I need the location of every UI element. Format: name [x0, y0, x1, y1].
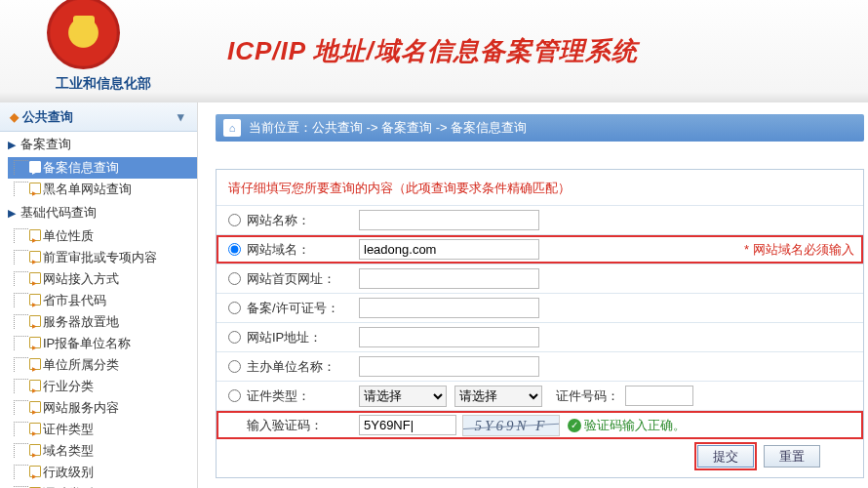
query-form: 请仔细填写您所要查询的内容（此项查询要求条件精确匹配） 网站名称： 网站域名： …	[216, 169, 864, 478]
label-sponsor: 主办单位名称：	[247, 358, 359, 376]
chevron-down-icon[interactable]: ▾	[174, 110, 187, 124]
sidebar-item[interactable]: 域名类型	[8, 440, 197, 462]
select-cert-type-1[interactable]: 请选择	[359, 386, 447, 407]
row-sponsor: 主办单位名称：	[217, 351, 863, 381]
input-sponsor[interactable]	[359, 356, 539, 377]
document-icon	[29, 229, 41, 241]
submit-button[interactable]: 提交	[697, 445, 754, 468]
label-cert-no: 证件号码：	[556, 387, 619, 405]
national-emblem-icon	[47, 0, 120, 69]
label-site-domain: 网站域名：	[247, 241, 359, 259]
document-icon	[29, 423, 41, 434]
label-captcha: 输入验证码：	[247, 417, 359, 434]
document-icon	[29, 161, 41, 173]
sidebar-item[interactable]: 网站服务内容	[8, 397, 197, 419]
sidebar-item[interactable]: 服务器放置地	[8, 311, 197, 333]
captcha-ok-badge: ✓ 验证码输入正确。	[568, 417, 686, 434]
radio-site-name[interactable]	[228, 214, 241, 226]
radio-cert[interactable]	[228, 389, 241, 402]
sidebar-section-header[interactable]: ◆公共查询 ▾	[0, 102, 197, 132]
input-site-name[interactable]	[359, 210, 539, 230]
button-row: 提交 重置	[217, 439, 863, 477]
sidebar-item[interactable]: 证件类型	[8, 419, 197, 440]
label-homepage: 网站首页网址：	[247, 270, 359, 288]
sidebar-item[interactable]: 网站接入方式	[8, 268, 197, 290]
main-content: ⌂ 当前位置：公共查询 -> 备案查询 -> 备案信息查询 请仔细填写您所要查询…	[198, 102, 868, 488]
row-site-domain: 网站域名： * 网站域名必须输入	[217, 234, 863, 264]
radio-site-domain[interactable]	[228, 243, 241, 256]
row-license: 备案/许可证号：	[217, 293, 863, 322]
document-icon	[29, 315, 41, 327]
breadcrumb: ⌂ 当前位置：公共查询 -> 备案查询 -> 备案信息查询	[216, 114, 864, 142]
input-cert-no[interactable]	[625, 386, 693, 406]
row-ip: 网站IP地址：	[217, 322, 863, 351]
sidebar-item[interactable]: 单位所属分类	[8, 354, 197, 376]
input-ip[interactable]	[359, 327, 539, 347]
document-icon	[29, 294, 41, 305]
arrow-icon: ▶	[8, 207, 16, 219]
app-header: 工业和信息化部 ICP/IP 地址/域名信息备案管理系统	[0, 0, 868, 102]
form-hint: 请仔细填写您所要查询的内容（此项查询要求条件精确匹配）	[217, 170, 863, 205]
document-icon	[29, 401, 41, 413]
input-site-domain[interactable]	[359, 239, 539, 260]
ministry-name: 工业和信息化部	[47, 75, 159, 93]
system-title: ICP/IP 地址/域名信息备案管理系统	[227, 34, 638, 68]
select-cert-type-2[interactable]: 请选择	[454, 386, 542, 407]
document-icon	[29, 337, 41, 348]
sidebar-item[interactable]: 单位性质	[8, 225, 197, 247]
input-license[interactable]	[359, 298, 539, 318]
sidebar-item[interactable]: 行政级别	[8, 462, 197, 483]
captcha-ok-text: 验证码输入正确。	[584, 417, 686, 434]
document-icon	[29, 380, 41, 391]
document-icon	[29, 183, 41, 194]
arrow-icon: ▶	[8, 139, 16, 150]
row-captcha: 输入验证码： 5Y69N F ✓ 验证码输入正确。	[217, 410, 863, 439]
sidebar-item[interactable]: 语种类型	[8, 483, 197, 488]
radio-license[interactable]	[228, 302, 241, 314]
breadcrumb-text: 当前位置：公共查询 -> 备案查询 -> 备案信息查询	[249, 114, 527, 142]
ministry-block: 工业和信息化部	[47, 10, 159, 93]
label-license: 备案/许可证号：	[247, 300, 359, 317]
input-homepage[interactable]	[359, 268, 539, 289]
row-homepage: 网站首页网址：	[217, 264, 863, 293]
sidebar-group-title[interactable]: ▶ 备案查询	[8, 132, 197, 157]
sidebar-item[interactable]: 前置审批或专项内容	[8, 247, 197, 268]
document-icon	[29, 272, 41, 284]
label-site-name: 网站名称：	[247, 212, 359, 229]
bullet-icon: ◆	[10, 110, 19, 124]
sidebar-item[interactable]: 黑名单网站查询	[8, 179, 197, 200]
radio-homepage[interactable]	[228, 272, 241, 285]
reset-button[interactable]: 重置	[764, 445, 820, 468]
label-ip: 网站IP地址：	[247, 329, 359, 346]
row-site-name: 网站名称：	[217, 205, 863, 234]
document-icon	[29, 358, 41, 370]
home-icon[interactable]: ⌂	[223, 119, 241, 137]
check-icon: ✓	[568, 419, 581, 432]
label-cert: 证件类型：	[247, 387, 359, 405]
sidebar-item[interactable]: 省市县代码	[8, 290, 197, 311]
document-icon	[29, 444, 41, 456]
captcha-image[interactable]: 5Y69N F	[462, 415, 560, 436]
document-icon	[29, 251, 41, 263]
radio-sponsor[interactable]	[228, 360, 241, 373]
row-cert: 证件类型： 请选择 请选择 证件号码：	[217, 381, 863, 410]
sidebar-item[interactable]: 备案信息查询	[8, 157, 197, 179]
required-note: * 网站域名必须输入	[744, 241, 854, 259]
input-captcha[interactable]	[359, 415, 456, 435]
radio-ip[interactable]	[228, 331, 241, 344]
document-icon	[29, 466, 41, 477]
sidebar-item[interactable]: IP报备单位名称	[8, 333, 197, 354]
sidebar-section-title: 公共查询	[22, 109, 73, 124]
sidebar: ◆公共查询 ▾ ▶ 备案查询备案信息查询黑名单网站查询▶ 基础代码查询单位性质前…	[0, 102, 198, 488]
sidebar-item[interactable]: 行业分类	[8, 376, 197, 397]
